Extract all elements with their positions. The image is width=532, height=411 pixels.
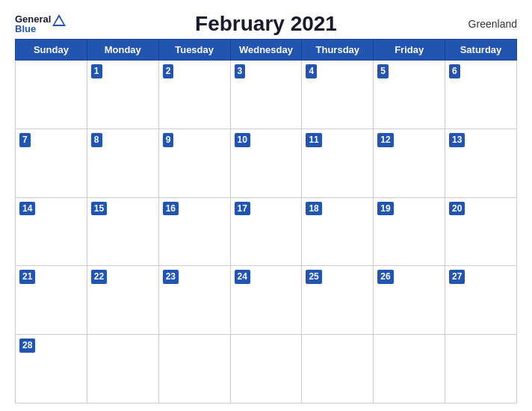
weekday-header-sunday: Sunday [16,40,87,61]
day-cell-15: 15 [87,197,158,266]
day-cell-27: 27 [445,266,517,335]
day-cell-7: 7 [16,129,87,197]
day-cell-8: 8 [87,129,158,197]
empty-day-cell [87,335,158,404]
logo-icon [52,14,66,26]
weekday-header-row: SundayMondayTuesdayWednesdayThursdayFrid… [16,40,517,61]
day-number-3: 3 [235,64,246,78]
day-cell-1: 1 [87,61,158,129]
weekday-header-monday: Monday [87,40,158,61]
logo-blue-text: Blue [15,24,51,34]
empty-day-cell [445,335,517,404]
day-cell-9: 9 [158,129,230,197]
weekday-header-thursday: Thursday [302,40,374,61]
day-number-2: 2 [163,64,174,78]
day-number-26: 26 [377,270,393,284]
weekday-header-wednesday: Wednesday [230,40,302,61]
day-number-10: 10 [235,133,250,147]
empty-day-cell [374,335,445,404]
day-cell-14: 14 [16,197,87,266]
day-cell-20: 20 [445,197,517,266]
day-number-12: 12 [377,133,393,147]
weekday-header-friday: Friday [374,40,445,61]
week-row-2: 78910111213 [16,129,517,197]
day-number-20: 20 [449,202,465,216]
day-cell-26: 26 [374,266,445,335]
empty-day-cell [16,61,87,129]
empty-day-cell [158,335,230,404]
day-cell-22: 22 [87,266,158,335]
day-cell-21: 21 [16,266,87,335]
day-number-5: 5 [377,64,389,78]
day-cell-24: 24 [230,266,302,335]
day-cell-13: 13 [445,129,517,197]
day-cell-3: 3 [230,61,302,129]
day-number-21: 21 [19,270,35,284]
day-cell-25: 25 [302,266,374,335]
day-number-11: 11 [306,133,321,147]
week-row-4: 21222324252627 [16,266,517,335]
day-cell-28: 28 [16,335,87,404]
day-number-9: 9 [163,133,174,147]
day-number-6: 6 [449,64,460,78]
day-cell-6: 6 [445,61,517,129]
calendar-title: February 2021 [195,12,337,36]
weekday-header-saturday: Saturday [445,40,517,61]
calendar-header: General Blue February 2021 Greenland [15,12,517,36]
day-number-16: 16 [163,202,179,216]
day-cell-11: 11 [302,129,374,197]
day-number-22: 22 [91,270,107,284]
day-cell-17: 17 [230,197,302,266]
empty-day-cell [230,335,302,404]
week-row-5: 28 [16,335,517,404]
week-row-1: 123456 [16,61,517,129]
day-number-23: 23 [163,270,179,284]
region-label: Greenland [468,18,517,30]
day-number-4: 4 [306,64,317,78]
day-cell-23: 23 [158,266,230,335]
day-number-24: 24 [235,270,250,284]
week-row-3: 14151617181920 [16,197,517,266]
day-number-8: 8 [91,133,102,147]
day-number-18: 18 [306,202,321,216]
day-number-19: 19 [377,202,393,216]
day-cell-19: 19 [374,197,445,266]
weekday-header-tuesday: Tuesday [158,40,230,61]
day-number-15: 15 [91,202,107,216]
day-number-28: 28 [19,339,35,353]
calendar-table: SundayMondayTuesdayWednesdayThursdayFrid… [15,39,517,404]
day-number-25: 25 [306,270,321,284]
day-number-27: 27 [449,270,465,284]
day-number-1: 1 [91,64,102,78]
empty-day-cell [302,335,374,404]
day-number-14: 14 [19,202,35,216]
day-cell-12: 12 [374,129,445,197]
day-cell-10: 10 [230,129,302,197]
logo: General Blue [15,14,66,34]
day-cell-18: 18 [302,197,374,266]
day-cell-5: 5 [374,61,445,129]
day-number-17: 17 [235,202,250,216]
day-cell-4: 4 [302,61,374,129]
day-cell-16: 16 [158,197,230,266]
day-number-7: 7 [19,133,31,147]
day-cell-2: 2 [158,61,230,129]
day-number-13: 13 [449,133,465,147]
